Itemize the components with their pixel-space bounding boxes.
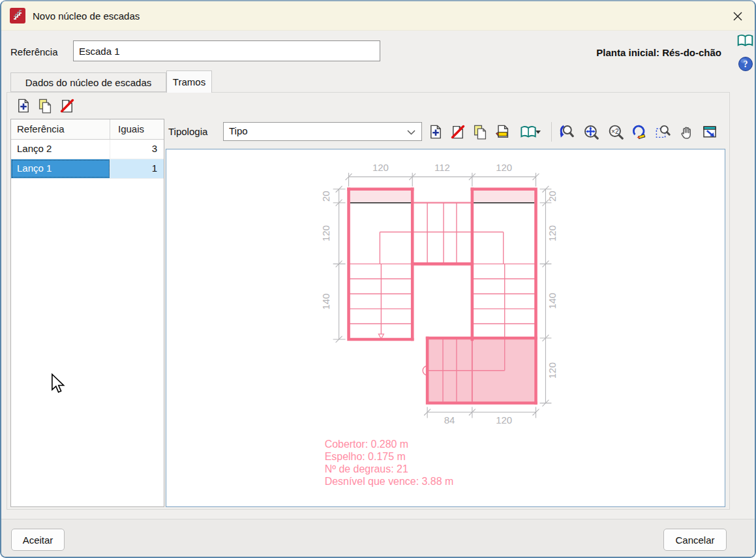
annotation-steps: Nº de degraus: 21: [325, 463, 408, 474]
footer-bar: [1, 519, 755, 557]
stair-plan-canvas[interactable]: 120 112 120 20 120 140 20 120 140 120 84…: [166, 149, 725, 507]
svg-text:?: ?: [744, 59, 748, 69]
annotation-tread: Cobertor: 0.280 m: [325, 439, 408, 450]
reference-input[interactable]: [73, 40, 380, 61]
accept-button[interactable]: Aceitar: [11, 529, 65, 551]
delete-span-icon[interactable]: [58, 97, 76, 115]
table-row-lanco1-selected[interactable]: Lanço 1 1: [11, 159, 164, 179]
chevron-down-icon: [407, 130, 416, 135]
dim-top-3: 120: [496, 162, 512, 173]
table-header: Referência Iguais: [11, 119, 164, 140]
svg-text:×2: ×2: [611, 128, 619, 135]
toolbar-separator: [551, 122, 552, 142]
annotation-riser: Espelho: 0.175 m: [325, 451, 406, 462]
zoom-x2-icon[interactable]: ×2: [606, 122, 626, 142]
pan-hand-icon[interactable]: [676, 122, 696, 142]
left-landing-fill: [350, 191, 413, 203]
stair-plan-drawing: 120 112 120 20 120 140 20 120 140 120 84…: [166, 149, 725, 506]
column-header-referencia[interactable]: Referência: [11, 119, 110, 139]
dim-right-3: 140: [547, 293, 558, 309]
column-header-iguais[interactable]: Iguais: [110, 119, 164, 139]
copy-icon[interactable]: [470, 122, 490, 142]
annotation-height: Desnível que vence: 3.88 m: [325, 476, 454, 487]
spans-table: Referência Iguais Lanço 2 3 Lanço 1 1: [10, 119, 164, 507]
dim-right-4: 120: [547, 362, 558, 379]
stairs-app-icon: [10, 8, 25, 23]
dim-left-3: 140: [320, 294, 331, 310]
zoom-previous-icon[interactable]: [556, 122, 576, 142]
tab-tramos[interactable]: Tramos: [166, 70, 212, 93]
redraw-icon[interactable]: [629, 122, 649, 142]
dim-right-1: 20: [547, 191, 558, 202]
add-icon[interactable]: [426, 122, 446, 142]
fullscreen-icon[interactable]: [700, 122, 719, 142]
typology-value: Tipo: [229, 125, 248, 136]
edit-export-icon[interactable]: [492, 122, 512, 142]
copy-span-icon[interactable]: [36, 97, 54, 115]
typology-select[interactable]: Tipo: [223, 122, 422, 141]
dim-bottom-1: 84: [444, 414, 455, 426]
title-bar: Novo núcleo de escadas: [1, 1, 755, 31]
cell-reference-selected[interactable]: Lanço 1: [11, 159, 110, 178]
window-title: Novo núcleo de escadas: [33, 10, 140, 22]
add-span-icon[interactable]: [14, 97, 33, 115]
close-icon[interactable]: [729, 7, 747, 25]
zoom-extents-icon[interactable]: [581, 122, 601, 142]
cell-equals-selected[interactable]: 1: [110, 159, 164, 178]
table-row-lanco2[interactable]: Lanço 2 3: [11, 140, 164, 159]
library-book-icon[interactable]: [736, 33, 754, 50]
delete-icon[interactable]: [448, 122, 468, 142]
right-landing-fill: [472, 191, 535, 203]
help-icon[interactable]: ?: [737, 56, 754, 73]
dim-left-2: 120: [320, 225, 331, 241]
dim-top-1: 120: [372, 162, 389, 173]
cell-equals[interactable]: 3: [110, 140, 164, 159]
screen: Novo núcleo de escadas Referência Planta…: [0, 0, 756, 558]
initial-plant-label: Planta inicial: Rés-do-chão: [596, 47, 721, 58]
typology-label: Tipologia: [168, 126, 207, 137]
dialog-novo-nucleo-escadas: Novo núcleo de escadas Referência Planta…: [0, 0, 756, 558]
dim-left-1: 20: [320, 191, 331, 202]
dim-right-2: 120: [547, 225, 558, 241]
zoom-window-icon[interactable]: [653, 122, 673, 142]
dim-top-2: 112: [434, 162, 450, 173]
dim-bottom-2: 120: [496, 414, 512, 426]
cancel-button[interactable]: Cancelar: [663, 529, 727, 551]
dropdown-caret-icon: [536, 131, 541, 134]
reference-label: Referência: [10, 46, 58, 57]
library-dropdown-icon[interactable]: [515, 122, 542, 142]
tab-dados-nucleo[interactable]: Dados do núcleo de escadas: [10, 72, 166, 92]
cell-reference[interactable]: Lanço 2: [11, 140, 110, 159]
